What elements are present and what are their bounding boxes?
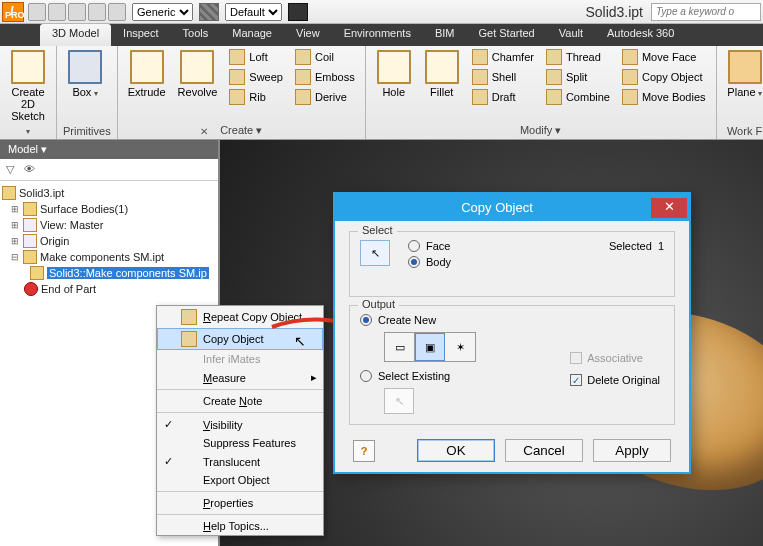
group-work-features: Plane Work F [717, 46, 763, 139]
emboss-button[interactable]: Emboss [291, 68, 359, 86]
solid-icon: ▣ [425, 341, 435, 354]
thread-button[interactable]: Thread [542, 48, 614, 66]
panel-close-icon[interactable]: ✕ [200, 126, 214, 138]
draft-button[interactable]: Draft [468, 88, 538, 106]
copy-object-button[interactable]: Copy Object [618, 68, 710, 86]
model-tree: Solid3.ipt ⊞Surface Bodies(1) ⊞View: Mas… [0, 181, 218, 301]
mi-visibility[interactable]: ✓Visibility [157, 415, 323, 434]
document-name: Solid3.ipt [585, 4, 643, 20]
mi-help-topics[interactable]: Help Topics... [157, 517, 323, 535]
move-face-button[interactable]: Move Face [618, 48, 710, 66]
qat-open-icon[interactable] [28, 3, 46, 21]
tree-root[interactable]: Solid3.ipt [2, 185, 216, 201]
hole-icon [377, 50, 411, 84]
tab-bim[interactable]: BIM [423, 24, 467, 46]
tab-view[interactable]: View [284, 24, 332, 46]
model-browser-header[interactable]: Model ▾ [0, 140, 218, 159]
view-icon [23, 218, 37, 232]
copy-object-icon [622, 69, 638, 85]
tab-autodesk-360[interactable]: Autodesk 360 [595, 24, 686, 46]
select-pick-button[interactable]: ↖ [360, 240, 390, 266]
qat-redo-icon[interactable] [88, 3, 106, 21]
group-workf-title: Work F [723, 124, 763, 138]
copy-object-dialog: Copy Object ✕ Select ↖ Face Body Selecte… [333, 192, 691, 474]
view-style-combo[interactable]: Default [225, 3, 282, 21]
assembly-icon [23, 250, 37, 264]
derive-icon [295, 89, 311, 105]
mi-measure[interactable]: Measure▸ [157, 368, 323, 387]
hole-button[interactable]: Hole [372, 48, 416, 100]
rib-button[interactable]: Rib [225, 88, 287, 106]
filter-icon[interactable]: ▽ [6, 163, 14, 176]
plane-button[interactable]: Plane [723, 48, 763, 102]
radio-create-new[interactable]: Create New [360, 314, 664, 326]
mi-create-note[interactable]: Create Note [157, 392, 323, 410]
mi-properties[interactable]: Properties [157, 494, 323, 512]
output-composite-button[interactable]: ✶ [445, 333, 475, 361]
shell-button[interactable]: Shell [468, 68, 538, 86]
search-input[interactable] [651, 3, 761, 21]
group-create-title[interactable]: Create ▾ [124, 123, 359, 138]
chamfer-button[interactable]: Chamfer [468, 48, 538, 66]
ok-button[interactable]: OK [417, 439, 495, 462]
box-icon [68, 50, 102, 84]
tree-child-selected[interactable]: Solid3::Make components SM.ip [2, 265, 216, 281]
mi-copy-object[interactable]: Copy Object [157, 328, 323, 350]
ribbon-tabs: 3D Model Inspect Tools Manage View Envir… [0, 24, 763, 46]
create-2d-sketch-button[interactable]: Create2D Sketch [6, 48, 50, 140]
app-logo[interactable]: PRO [2, 2, 24, 22]
tab-environments[interactable]: Environments [332, 24, 423, 46]
qat-undo-icon[interactable] [68, 3, 86, 21]
split-button[interactable]: Split [542, 68, 614, 86]
radio-body[interactable]: Body [408, 256, 664, 268]
mi-suppress-features[interactable]: Suppress Features [157, 434, 323, 452]
tree-view-master[interactable]: ⊞View: Master [2, 217, 216, 233]
tab-3d-model[interactable]: 3D Model [40, 24, 111, 46]
repeat-icon [181, 309, 197, 325]
cancel-button[interactable]: Cancel [505, 439, 583, 462]
tree-origin[interactable]: ⊞Origin [2, 233, 216, 249]
mi-repeat-copy-object[interactable]: Repeat Copy Object [157, 306, 323, 328]
combine-button[interactable]: Combine [542, 88, 614, 106]
tree-make-components[interactable]: ⊟Make components SM.ipt [2, 249, 216, 265]
group-modify: Hole Fillet Chamfer Shell Draft Thread S… [366, 46, 717, 139]
tab-tools[interactable]: Tools [171, 24, 221, 46]
find-icon[interactable]: 👁‍ [24, 163, 33, 176]
tree-end-of-part[interactable]: End of Part [2, 281, 216, 297]
loft-button[interactable]: Loft [225, 48, 287, 66]
derive-button[interactable]: Derive [291, 88, 359, 106]
dialog-titlebar[interactable]: Copy Object ✕ [335, 194, 689, 221]
coil-button[interactable]: Coil [291, 48, 359, 66]
dialog-close-button[interactable]: ✕ [651, 198, 687, 218]
color-swatch-icon[interactable] [288, 3, 308, 21]
material-swatch-icon[interactable] [199, 3, 219, 21]
qat-save-icon[interactable] [48, 3, 66, 21]
tab-vault[interactable]: Vault [547, 24, 595, 46]
mi-translucent[interactable]: ✓Translucent [157, 452, 323, 471]
mi-export-object[interactable]: Export Object [157, 471, 323, 489]
sweep-button[interactable]: Sweep [225, 68, 287, 86]
help-button[interactable]: ? [353, 440, 375, 462]
tab-manage[interactable]: Manage [220, 24, 284, 46]
fillet-button[interactable]: Fillet [420, 48, 464, 100]
output-type-row: ▭ ▣ ✶ [384, 332, 476, 362]
checkbox-delete-original[interactable]: ✓Delete Original [570, 374, 660, 386]
folder-icon [23, 202, 37, 216]
mi-infer-imates: Infer iMates [157, 350, 323, 368]
output-surface-button[interactable]: ▭ [385, 333, 415, 361]
tab-inspect[interactable]: Inspect [111, 24, 170, 46]
ribbon: Create2D Sketch Sketch Box Primitives Ex… [0, 46, 763, 140]
draft-icon [472, 89, 488, 105]
group-modify-title[interactable]: Modify ▾ [372, 123, 710, 138]
qat-dropdown-icon[interactable] [108, 3, 126, 21]
extrude-button[interactable]: Extrude [124, 48, 170, 100]
move-bodies-button[interactable]: Move Bodies [618, 88, 710, 106]
apply-button[interactable]: Apply [593, 439, 671, 462]
appearance-combo[interactable]: Generic [132, 3, 193, 21]
app-logo-text: PRO [5, 10, 25, 20]
output-solid-button[interactable]: ▣ [415, 333, 445, 361]
revolve-button[interactable]: Revolve [174, 48, 222, 100]
tab-get-started[interactable]: Get Started [466, 24, 546, 46]
tree-surface-bodies[interactable]: ⊞Surface Bodies(1) [2, 201, 216, 217]
box-button[interactable]: Box [63, 48, 107, 102]
